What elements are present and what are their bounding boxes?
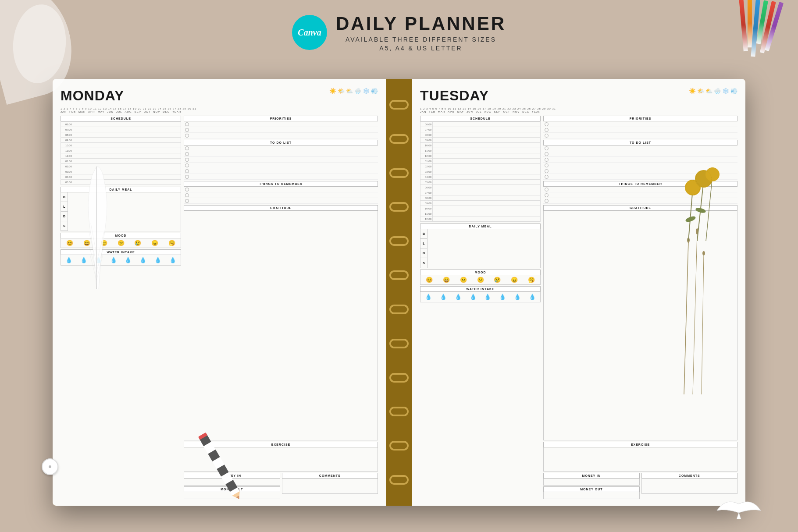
water-drop-5: 💧	[125, 257, 132, 263]
remember-checkbox[interactable]	[545, 199, 549, 203]
todo-row	[184, 168, 378, 174]
todo-checkbox[interactable]	[545, 163, 549, 167]
monday-remember-header: THINGS TO REMEMBER	[184, 181, 378, 187]
monday-comments-content[interactable]	[282, 479, 378, 494]
monday-money-out-header: MONEY OUT	[184, 486, 280, 492]
priority-checkbox[interactable]	[185, 128, 189, 132]
table-row: 07:00	[61, 127, 181, 132]
tuesday-page: TUESDAY ☀️🌤️⛅🌧️❄️💨 1 2 3 4 5 6 7 8 9 10 …	[412, 79, 745, 506]
page-title: DAILY PLANNER	[336, 13, 506, 34]
todo-checkbox[interactable]	[545, 146, 549, 150]
priority-checkbox[interactable]	[185, 134, 189, 138]
monday-money-in-field[interactable]	[184, 479, 280, 486]
tuesday-comments-section: COMMENTS	[641, 473, 737, 499]
remember-checkbox[interactable]	[185, 193, 189, 197]
table-row: 04:00	[420, 174, 541, 180]
monday-money-section: MONEY IN MONEY OUT	[184, 473, 280, 499]
todo-checkbox[interactable]	[545, 158, 549, 162]
monday-exercise-section: EXERCISE	[184, 442, 378, 472]
remember-checkbox[interactable]	[545, 188, 549, 192]
tuesday-priorities-header: PRIORITIES	[543, 116, 737, 121]
monday-water-section: WATER INTAKE 💧 💧 💧 💧 💧 💧 💧 💧	[61, 249, 181, 266]
table-row: 12:00	[420, 216, 541, 222]
pencils-decoration	[741, 0, 776, 57]
water-drop-6: 💧	[499, 294, 506, 300]
monday-gratitude-header: GRATITUDE	[184, 205, 378, 211]
monday-page: MONDAY ☀️🌤️⛅🌧️❄️💨 1 2 3 4 5 6 7 8 9 10 1…	[53, 79, 386, 506]
priority-checkbox[interactable]	[545, 128, 549, 132]
monday-schedule-col: SCHEDULE 06:00 07:00 08:00 09:00 10:00 1…	[61, 116, 181, 499]
todo-row	[184, 145, 378, 151]
table-row: 07:00	[420, 127, 541, 132]
todo-row	[184, 163, 378, 168]
monday-money-in-header: MONEY IN	[184, 473, 280, 479]
water-drop-4: 💧	[470, 294, 477, 300]
todo-row	[543, 151, 737, 157]
binding-ring	[389, 305, 409, 314]
todo-checkbox[interactable]	[185, 146, 189, 150]
tuesday-exercise-content[interactable]	[543, 447, 737, 472]
canva-logo: Canva	[292, 15, 327, 50]
remember-checkbox[interactable]	[185, 188, 189, 192]
todo-checkbox[interactable]	[185, 175, 189, 179]
binding-ring	[389, 236, 409, 246]
priority-row	[184, 121, 378, 127]
priority-checkbox[interactable]	[185, 122, 189, 126]
tuesday-bottom-row: MONEY IN MONEY OUT COMMENTS	[543, 473, 737, 499]
todo-checkbox[interactable]	[545, 152, 549, 156]
todo-row	[184, 151, 378, 157]
water-drop-5: 💧	[484, 294, 491, 300]
remember-checkbox[interactable]	[545, 193, 549, 197]
water-drop-3: 💧	[455, 294, 462, 300]
remember-checkbox[interactable]	[185, 199, 189, 203]
monday-mood-header: MOOD	[61, 233, 181, 238]
mood-neutral: 😐	[460, 277, 467, 283]
tuesday-todo-header: TO DO LIST	[543, 140, 737, 145]
todo-checkbox[interactable]	[185, 158, 189, 162]
water-drop-1: 💧	[425, 294, 432, 300]
tuesday-water-section: WATER INTAKE 💧 💧 💧 💧 💧 💧 💧 💧	[420, 286, 541, 302]
todo-checkbox[interactable]	[185, 169, 189, 173]
monday-months: JANFEBMARAPRMAYJUNJULAUGSEPOCTNOVDECYEAR	[61, 110, 378, 113]
mood-sad: 😕	[477, 277, 484, 283]
tuesday-date-nums: 1 2 3 4 5 6 7 8 9 10 11 12 13 14 15 16 1…	[420, 107, 737, 110]
todo-checkbox[interactable]	[545, 169, 549, 173]
tuesday-comments-content[interactable]	[641, 479, 737, 494]
tuesday-exercise-header: EXERCISE	[543, 442, 737, 447]
tuesday-gratitude-content[interactable]	[543, 211, 737, 440]
tuesday-money-out-field[interactable]	[543, 492, 639, 499]
tuesday-right-col: PRIORITIES TO DO LIST	[543, 116, 737, 499]
mood-happy: 😊	[426, 277, 433, 283]
tuesday-money-in-header: MONEY IN	[543, 473, 639, 479]
todo-checkbox[interactable]	[185, 152, 189, 156]
priority-checkbox[interactable]	[545, 122, 549, 126]
tuesday-meal-header: DAILY MEAL	[420, 223, 541, 229]
table-row: 10:00	[420, 206, 541, 211]
tuesday-meal-s: S	[420, 258, 427, 268]
todo-checkbox[interactable]	[545, 175, 549, 179]
monday-exercise-content[interactable]	[184, 447, 378, 472]
tuesday-money-in-field[interactable]	[543, 479, 639, 486]
todo-row	[543, 163, 737, 168]
table-row: 10:00	[61, 143, 181, 148]
water-drop-3: 💧	[95, 257, 102, 263]
water-drop-2: 💧	[440, 294, 447, 300]
mood-very-sad: 😢	[494, 277, 501, 283]
table-row: 12:00	[61, 153, 181, 159]
priority-row	[543, 121, 737, 127]
table-row: 02:00	[61, 164, 181, 169]
meal-s: S	[61, 221, 68, 231]
tuesday-money-section: MONEY IN MONEY OUT	[543, 473, 639, 499]
table-row: 09:00	[61, 138, 181, 143]
tuesday-meal-l: L	[420, 239, 427, 248]
table-row: 04:00	[61, 174, 181, 180]
todo-checkbox[interactable]	[185, 163, 189, 167]
monday-gratitude-content[interactable]	[184, 211, 378, 440]
meal-l: L	[61, 202, 68, 212]
tuesday-remember-section: THINGS TO REMEMBER	[543, 181, 737, 204]
todo-row	[543, 145, 737, 151]
table-row: 06:00	[61, 122, 181, 127]
monday-remember-section: THINGS TO REMEMBER	[184, 181, 378, 204]
priority-checkbox[interactable]	[545, 134, 549, 138]
monday-money-out-field[interactable]	[184, 492, 280, 499]
